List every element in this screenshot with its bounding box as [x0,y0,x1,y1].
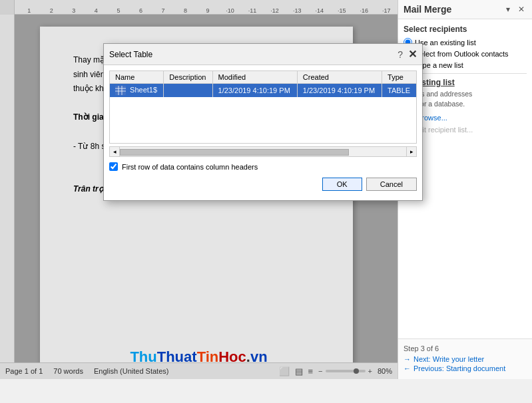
next-arrow-icon: → [403,355,411,363]
panel-controls: ▾ ✕ [503,4,527,15]
table-row[interactable]: Sheet1$ 1/23/2019 4:10:19 PM 1/23/2019 4… [110,84,416,98]
dialog-buttons: OK Cancel [109,178,417,195]
col-name: Name [110,71,164,84]
next-step-label: Next: Write your letter [413,355,484,363]
cancel-button[interactable]: Cancel [366,178,417,191]
panel-title: Mail Merge [403,4,451,15]
dialog-title: Select Table [109,50,152,59]
panel-close-icon[interactable]: ✕ [516,4,527,15]
ok-button[interactable]: OK [322,178,362,191]
table-container[interactable]: Name Description Modified Created Type [109,70,417,144]
panel-footer: Step 3 of 6 → Next: Write your letter ← … [398,338,532,379]
cell-name: Sheet1$ [110,84,164,98]
dialog-body: Name Description Modified Created Type [104,65,422,200]
hscroll-left-btn[interactable]: ◂ [109,146,120,157]
col-description: Description [164,71,212,84]
hscroll-wrap: ◂ ▸ [109,146,417,157]
step-indicator: Step 3 of 6 [403,344,527,352]
prev-step-label: Previous: Starting document [413,364,505,372]
hscroll-right-btn[interactable]: ▸ [406,146,417,157]
svg-rect-0 [115,86,126,95]
col-headers-checkbox[interactable] [109,162,118,171]
option-existing-label: Use an existing list [415,39,476,47]
option-outlook-label: Select from Outlook contacts [415,50,509,58]
close-icon[interactable]: ✕ [408,48,417,61]
select-table: Name Description Modified Created Type [110,71,416,97]
dialog-titlebar: Select Table ? ✕ [104,44,422,65]
cell-description [164,84,212,98]
prev-arrow-icon: ← [403,364,411,372]
col-headers-label[interactable]: First row of data contains column header… [122,163,258,171]
help-icon[interactable]: ? [398,49,403,60]
select-recipients-title: Select recipients [403,25,527,34]
checkbox-row: First row of data contains column header… [109,162,417,171]
panel-menu-icon[interactable]: ▾ [503,4,513,15]
col-type: Type [382,71,416,84]
col-created: Created [297,71,382,84]
col-modified: Modified [212,71,297,84]
hscroll-thumb [120,149,349,156]
hscroll-track[interactable] [120,146,406,157]
select-table-dialog: Select Table ? ✕ Name Description Modifi… [103,43,423,201]
cell-type: TABLE [382,84,416,98]
table-row-icon [115,86,130,94]
cell-created: 1/23/2019 4:10:19 PM [297,84,382,98]
prev-step-link[interactable]: ← Previous: Starting document [403,364,527,372]
panel-header: Mail Merge ▾ ✕ [398,0,532,19]
next-step-link[interactable]: → Next: Write your letter [403,355,527,363]
cell-modified: 1/23/2019 4:10:19 PM [212,84,297,98]
cell-name-text: Sheet1$ [130,86,157,94]
dialog-titlebar-controls: ? ✕ [398,48,417,61]
